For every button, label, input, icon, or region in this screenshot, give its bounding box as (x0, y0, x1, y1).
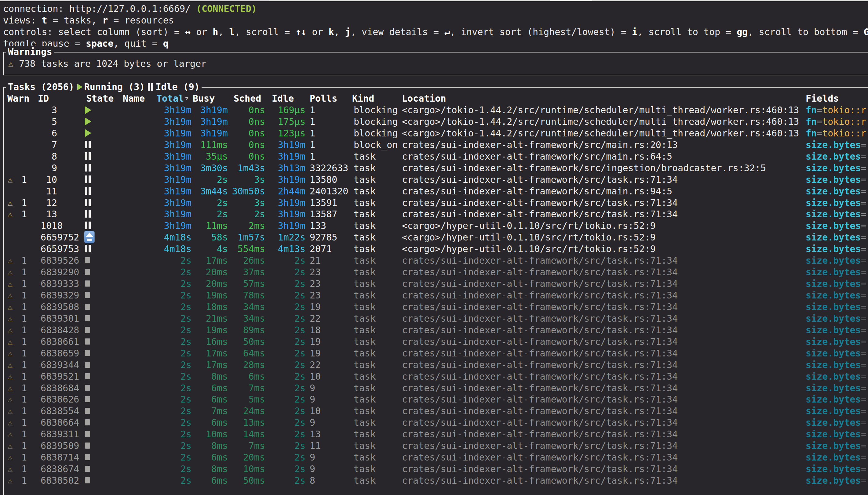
text-segment: , (218, 27, 229, 37)
text-segment: , view details = (351, 27, 445, 37)
tasks-panel-title: Tasks (2056) Running (3) Idle (9) (6, 81, 202, 93)
running-count-label: Running (3) (84, 81, 145, 93)
text-segment: , scroll to bottom = (748, 27, 864, 37)
text-segment: G (864, 27, 868, 37)
text-segment: t (41, 15, 47, 25)
window-edge-segment (269, 0, 550, 1)
text-segment: connection: http://127.0.0.1:6669/ (3, 3, 196, 14)
tokio-console-terminal: connection: http://127.0.0.1:6669/ (CONN… (0, 0, 868, 495)
text-segment: , scroll = (235, 27, 296, 37)
running-state-icon (77, 84, 82, 90)
text-segment: (CONNECTED) (196, 3, 257, 14)
text-segment: , scroll to top = (637, 27, 737, 37)
warnings-panel-title: Warnings (6, 46, 54, 58)
text-segment: ↔ (185, 27, 190, 37)
window-edge-segment (592, 0, 868, 1)
text-segment: q (163, 38, 169, 49)
text-segment: views: (3, 15, 41, 25)
pause-state-icon (148, 83, 153, 91)
text-segment: or (306, 27, 328, 37)
text-segment: controls: select column (sort) = (3, 27, 185, 37)
text-segment: r (102, 15, 108, 25)
text-segment: , (334, 27, 345, 37)
connection-line: connection: http://127.0.0.1:6669/ (CONN… (3, 3, 868, 15)
text-segment: l (229, 27, 235, 37)
text-segment: or (190, 27, 213, 37)
text-segment: = tasks, (47, 15, 103, 25)
text-segment: h (213, 27, 218, 37)
text-segment: ↵ (445, 27, 450, 37)
window-edge-segment (550, 0, 592, 1)
window-edge-segment (0, 0, 269, 1)
idle-count-label: Idle (9) (155, 81, 200, 93)
tasks-panel: Tasks (2056) Running (3) Idle (9) (3, 87, 868, 495)
text-segment: i (632, 27, 637, 37)
controls-help-line: controls: select column (sort) = ↔ or h,… (3, 26, 868, 38)
views-help-line: views: t = tasks, r = resources (3, 15, 868, 26)
warnings-panel: Warnings ⚠ 738 tasks are 1024 bytes or l… (3, 52, 868, 75)
text-segment: space (86, 38, 113, 49)
warning-text: 738 tasks are 1024 bytes or larger (19, 58, 206, 70)
text-segment: , quit = (113, 38, 163, 49)
text-segment: gg (737, 27, 748, 37)
warning-triangle-icon: ⚠ (8, 58, 13, 70)
window-edge (0, 0, 868, 1)
text-segment: j (345, 27, 351, 37)
text-segment: , invert sort (highest/lowest) = (450, 27, 632, 37)
text-segment: ↑↓ (295, 27, 306, 37)
toggle-help-line: toggle pause = space, quit = q (3, 38, 868, 49)
text-segment: k (329, 27, 334, 37)
tasks-count-label: Tasks (2056) (8, 81, 74, 93)
text-segment: = resources (108, 15, 174, 25)
warning-item: ⚠ 738 tasks are 1024 bytes or larger (4, 58, 868, 70)
